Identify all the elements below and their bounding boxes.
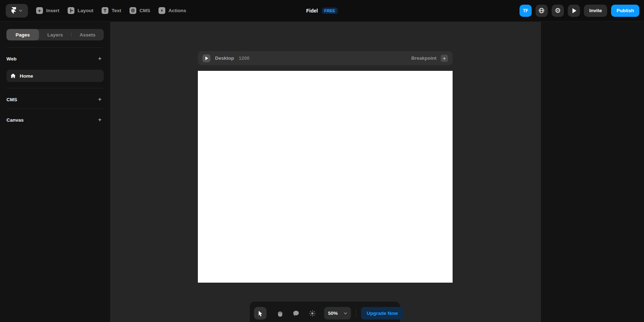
upgrade-now-button[interactable]: Upgrade Now	[361, 307, 404, 319]
publish-button[interactable]: Publish	[611, 5, 639, 17]
add-cms-collection-button[interactable]: +	[96, 96, 104, 103]
framer-logo-icon	[11, 7, 16, 14]
cms-menu-item[interactable]: CMS	[130, 7, 150, 14]
breakpoint-label: Breakpoint	[411, 55, 436, 61]
layout-label: Layout	[78, 8, 93, 13]
project-name: Fidel	[306, 8, 318, 14]
globe-icon	[538, 7, 545, 14]
desktop-frame[interactable]	[198, 71, 453, 283]
breakpoint-bar[interactable]: Desktop 1200 Breakpoint +	[198, 51, 453, 65]
web-section-header: Web +	[6, 52, 104, 65]
zoom-level-select[interactable]: 50%	[324, 307, 351, 319]
left-sidebar: Pages Layers Assets Web + Home CMS + Can…	[0, 22, 110, 322]
breakpoint-device-label[interactable]: Desktop	[215, 55, 234, 61]
plan-badge: FREE	[322, 8, 338, 14]
database-icon	[130, 7, 136, 14]
text-menu-item[interactable]: T Text	[102, 7, 121, 14]
site-settings-button[interactable]	[536, 5, 548, 17]
home-page-label: Home	[20, 73, 33, 79]
account-avatar[interactable]: TF	[519, 5, 532, 17]
preview-button[interactable]	[568, 5, 580, 17]
project-title-group[interactable]: Fidel FREE	[306, 8, 338, 14]
text-icon: T	[102, 7, 108, 14]
cms-section-header: CMS +	[6, 93, 104, 106]
gear-icon: ⚙	[555, 7, 561, 14]
bottom-toolbar: 50% Upgrade Now	[250, 302, 400, 322]
add-web-page-button[interactable]: +	[96, 55, 104, 63]
home-icon	[10, 73, 16, 78]
hand-icon	[277, 310, 284, 317]
pan-tool-button[interactable]	[274, 307, 286, 319]
comment-bubble-icon	[293, 310, 299, 317]
breakpoint-width-value[interactable]: 1200	[239, 55, 249, 61]
cursor-icon	[257, 310, 263, 317]
settings-button[interactable]: ⚙	[552, 5, 564, 17]
sidebar-divider	[6, 108, 104, 109]
layout-icon	[68, 7, 74, 14]
play-icon	[205, 57, 208, 60]
add-canvas-page-button[interactable]: +	[96, 116, 104, 124]
properties-panel[interactable]	[541, 22, 644, 322]
sidebar-tabbar: Pages Layers Assets	[6, 29, 104, 40]
sidebar-item-home[interactable]: Home	[6, 70, 104, 82]
breakpoint-controls: Breakpoint +	[411, 55, 448, 62]
add-breakpoint-button[interactable]: +	[441, 55, 448, 62]
cms-section-label: CMS	[6, 97, 17, 102]
app-menu-button[interactable]	[6, 4, 28, 18]
invite-button[interactable]: Invite	[584, 5, 607, 17]
chevron-down-icon	[344, 312, 347, 314]
zoom-level-value: 50%	[328, 311, 338, 316]
tab-assets[interactable]: Assets	[71, 29, 104, 40]
canvas-section-label: Canvas	[6, 117, 24, 123]
select-tool-button[interactable]	[254, 307, 267, 319]
top-toolbar: + Insert Layout T Text CMS Actions	[0, 0, 644, 21]
theme-toggle-button[interactable]	[306, 307, 318, 319]
sidebar-divider	[6, 88, 104, 88]
tab-pages[interactable]: Pages	[6, 29, 39, 40]
lightning-icon	[158, 7, 165, 14]
toolbar-divider	[356, 309, 356, 317]
insert-label: Insert	[46, 8, 59, 13]
sidebar-divider	[6, 47, 104, 48]
topbar-right-group: TF ⚙ Invite Publish	[519, 5, 644, 17]
avatar-initials: TF	[523, 8, 528, 13]
canvas-section-header: Canvas +	[6, 113, 104, 126]
topbar-left-group: + Insert Layout T Text CMS Actions	[0, 4, 186, 18]
chevron-down-icon	[19, 10, 22, 12]
actions-menu-item[interactable]: Actions	[158, 7, 186, 14]
tab-layers[interactable]: Layers	[39, 29, 72, 40]
insert-menu-item[interactable]: + Insert	[36, 7, 59, 14]
web-section-label: Web	[6, 56, 16, 62]
comment-tool-button[interactable]	[290, 307, 302, 319]
sun-icon	[309, 310, 316, 317]
insert-plus-icon: +	[36, 7, 43, 14]
layout-menu-item[interactable]: Layout	[68, 7, 93, 14]
frame-preview-button[interactable]	[203, 54, 210, 62]
cms-label: CMS	[140, 8, 150, 13]
actions-label: Actions	[169, 8, 186, 13]
text-label: Text	[112, 8, 121, 13]
tab-separator	[71, 33, 72, 37]
canvas-area[interactable]: Desktop 1200 Breakpoint +	[110, 22, 541, 322]
play-icon	[572, 8, 576, 13]
